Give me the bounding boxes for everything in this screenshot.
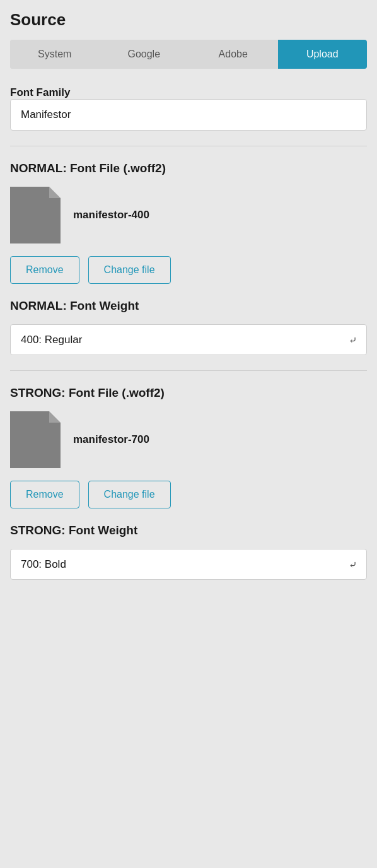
- normal-button-row: Remove Change file: [10, 256, 367, 284]
- source-tabs: System Google Adobe Upload: [10, 40, 367, 69]
- strong-file-display: manifestor-700: [10, 411, 367, 468]
- tab-adobe[interactable]: Adobe: [188, 40, 278, 69]
- font-family-section: Font Family: [10, 86, 367, 131]
- tab-upload[interactable]: Upload: [278, 40, 368, 69]
- font-family-input[interactable]: [10, 99, 367, 131]
- normal-weight-select[interactable]: 100: Thin 200: Extra Light 300: Light 40…: [10, 324, 367, 355]
- strong-weight-heading: STRONG: Font Weight: [10, 524, 367, 537]
- page-title: Source: [10, 10, 367, 30]
- normal-file-icon: [10, 187, 61, 243]
- normal-file-icon-body: [10, 187, 61, 243]
- normal-file-display: manifestor-400: [10, 187, 367, 243]
- strong-file-heading: STRONG: Font File (.woff2): [10, 386, 367, 400]
- normal-weight-heading: NORMAL: Font Weight: [10, 299, 367, 313]
- tab-system[interactable]: System: [10, 40, 100, 69]
- tab-google[interactable]: Google: [100, 40, 189, 69]
- strong-remove-button[interactable]: Remove: [10, 481, 79, 508]
- strong-file-icon-body: [10, 411, 61, 468]
- divider-1: [10, 146, 367, 146]
- normal-file-heading: NORMAL: Font File (.woff2): [10, 161, 367, 175]
- strong-weight-select-wrapper: 100: Thin 200: Extra Light 300: Light 40…: [10, 549, 367, 580]
- normal-remove-button[interactable]: Remove: [10, 256, 79, 284]
- strong-file-icon: [10, 411, 61, 468]
- normal-weight-select-wrapper: 100: Thin 200: Extra Light 300: Light 40…: [10, 324, 367, 355]
- normal-file-name: manifestor-400: [73, 209, 149, 221]
- font-family-label: Font Family: [10, 86, 70, 98]
- normal-font-section: NORMAL: Font File (.woff2) manifestor-40…: [10, 161, 367, 355]
- strong-file-icon-corner: [49, 411, 61, 423]
- normal-change-file-button[interactable]: Change file: [88, 256, 171, 284]
- divider-2: [10, 370, 367, 371]
- normal-file-icon-corner: [49, 187, 61, 198]
- strong-weight-select[interactable]: 100: Thin 200: Extra Light 300: Light 40…: [10, 549, 367, 580]
- strong-button-row: Remove Change file: [10, 481, 367, 508]
- strong-font-section: STRONG: Font File (.woff2) manifestor-70…: [10, 386, 367, 580]
- strong-file-name: manifestor-700: [73, 433, 149, 446]
- strong-change-file-button[interactable]: Change file: [88, 481, 171, 508]
